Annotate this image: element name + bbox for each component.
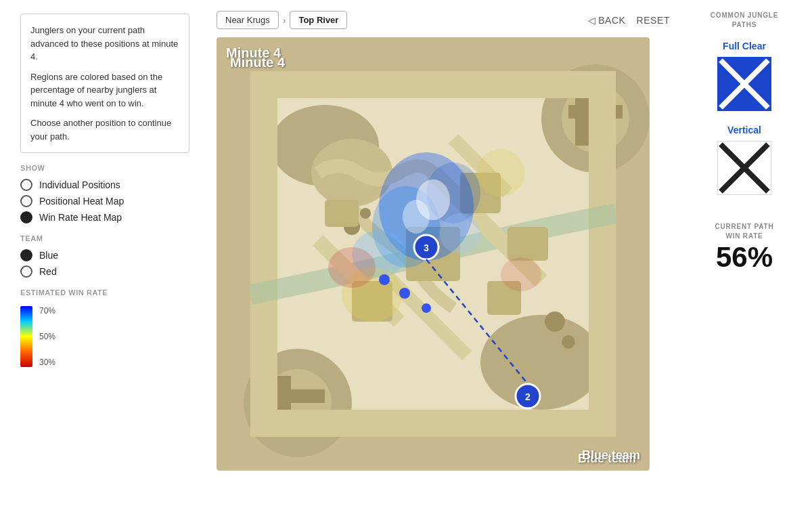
main-area: Near Krugs › Top River ◁ BACK RESET: [210, 0, 677, 516]
common-paths-text: COMMON JUNGLE PATHS: [710, 12, 778, 28]
win-rate-labels: 70% 50% 30%: [39, 306, 55, 367]
team-section: TEAM Blue Red: [20, 234, 189, 278]
team-blue[interactable]: Blue: [20, 249, 189, 261]
radio-label-individual: Individual Positions: [39, 179, 120, 190]
full-clear-label[interactable]: Full Clear: [723, 41, 766, 51]
current-path-text: CURRENT PATH WIN RATE: [715, 223, 773, 240]
breadcrumb-separator: ›: [283, 15, 286, 26]
svg-rect-16: [589, 71, 616, 437]
breadcrumb-left: Near Krugs › Top River: [217, 11, 347, 29]
show-label: SHOW: [20, 164, 189, 172]
breadcrumb-right: ◁ BACK RESET: [588, 15, 670, 26]
svg-rect-12: [271, 389, 325, 403]
info-text-3: Choose another position to continue your…: [30, 116, 179, 143]
breadcrumb-top-river[interactable]: Top River: [290, 11, 347, 29]
radio-label-positional: Positional Heat Map: [39, 196, 124, 207]
back-chevron-icon: ◁: [588, 15, 596, 26]
full-clear-icon[interactable]: [717, 57, 771, 111]
show-section: SHOW Individual Positions Positional Hea…: [20, 164, 189, 223]
svg-point-35: [501, 257, 541, 291]
svg-rect-13: [250, 71, 616, 98]
win-rate-high: 70%: [39, 306, 55, 316]
team-circle-blue: [20, 249, 32, 261]
team-red[interactable]: Red: [20, 265, 189, 278]
svg-point-37: [403, 200, 430, 234]
info-text-1: Junglers on your current path advanced t…: [30, 24, 179, 64]
gradient-bar: [20, 306, 32, 367]
map-container[interactable]: 3 2 Minute 4 Blue team Minu: [217, 37, 650, 471]
win-rate-mid: 50%: [39, 332, 55, 341]
svg-text:2: 2: [525, 391, 531, 402]
svg-rect-15: [250, 71, 277, 437]
back-label: BACK: [598, 15, 625, 26]
svg-rect-25: [325, 200, 359, 227]
vertical-icon[interactable]: [717, 141, 771, 195]
right-panel: COMMON JUNGLE PATHS Full Clear Vertical …: [677, 0, 812, 516]
radio-winrate[interactable]: Win Rate Heat Map: [20, 211, 189, 223]
svg-point-34: [328, 247, 376, 288]
svg-point-33: [477, 149, 524, 196]
win-rate-value: 56%: [690, 241, 798, 274]
map-team-label: Blue team: [582, 448, 640, 463]
svg-text:3: 3: [424, 242, 429, 253]
win-rate-legend: 70% 50% 30%: [20, 306, 189, 367]
svg-point-4: [480, 315, 602, 410]
current-path-label: CURRENT PATH WIN RATE: [690, 222, 798, 241]
map-canvas[interactable]: 3 2 Minute 4 Blue team Minu: [217, 37, 650, 471]
vertical-label[interactable]: Vertical: [727, 125, 761, 135]
svg-rect-26: [508, 227, 548, 261]
win-rate-legend-label: ESTIMATED WIN RATE: [20, 288, 189, 297]
team-red-label: Red: [39, 266, 57, 277]
breadcrumb-near-krugs[interactable]: Near Krugs: [217, 11, 279, 29]
radio-circle-positional: [20, 195, 32, 207]
info-text-2: Regions are colored based on the percent…: [30, 70, 179, 110]
radio-label-winrate: Win Rate Heat Map: [39, 212, 122, 223]
left-panel: Junglers on your current path advanced t…: [0, 0, 210, 516]
svg-point-20: [360, 208, 371, 219]
back-button[interactable]: ◁ BACK: [588, 15, 626, 26]
win-rate-low: 30%: [39, 358, 55, 367]
svg-point-43: [379, 274, 390, 285]
current-path-section: CURRENT PATH WIN RATE 56%: [690, 215, 798, 274]
radio-individual[interactable]: Individual Positions: [20, 179, 189, 191]
svg-point-18: [562, 335, 575, 349]
info-box: Junglers on your current path advanced t…: [20, 14, 189, 153]
radio-circle-winrate: [20, 211, 32, 223]
reset-button[interactable]: RESET: [637, 15, 670, 26]
svg-point-44: [399, 288, 410, 299]
radio-circle-individual: [20, 179, 32, 191]
team-label: TEAM: [20, 234, 189, 242]
team-circle-red: [20, 265, 32, 278]
svg-point-31: [440, 213, 480, 254]
win-rate-section: ESTIMATED WIN RATE 70% 50% 30%: [20, 288, 189, 367]
svg-point-45: [422, 303, 431, 313]
map-svg: 3 2 Minute 4 Blue team: [217, 37, 650, 471]
vertical-section: Vertical: [690, 125, 798, 198]
svg-rect-14: [250, 410, 616, 437]
radio-positional[interactable]: Positional Heat Map: [20, 195, 189, 207]
team-blue-label: Blue: [39, 250, 58, 261]
map-minute-label: Minute 4: [226, 45, 281, 61]
breadcrumb-bar: Near Krugs › Top River ◁ BACK RESET: [217, 11, 670, 29]
svg-point-17: [545, 311, 565, 332]
common-jungle-paths-label: COMMON JUNGLE PATHS: [690, 11, 798, 30]
full-clear-section: Full Clear: [690, 41, 798, 114]
